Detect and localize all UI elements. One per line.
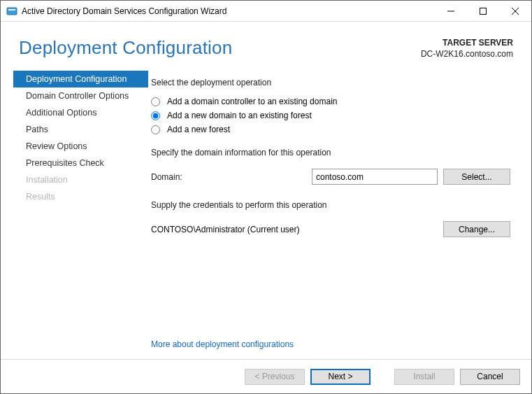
target-server-block: TARGET SERVER DC-W2K16.contoso.com <box>421 37 513 59</box>
previous-button: < Previous <box>245 369 305 385</box>
step-label: Review Options <box>26 141 87 151</box>
step-additional-options[interactable]: Additional Options <box>13 104 148 121</box>
credentials-row: CONTOSO\Administrator (Current user) Cha… <box>151 221 510 237</box>
titlebar: Active Directory Domain Services Configu… <box>1 1 531 22</box>
radio-add-domain-existing-forest[interactable]: Add a new domain to an existing forest <box>151 111 510 120</box>
step-label: Prerequisites Check <box>26 158 104 168</box>
step-review-options[interactable]: Review Options <box>13 138 148 155</box>
radio-input[interactable] <box>151 111 160 120</box>
radio-input[interactable] <box>151 97 160 106</box>
radio-add-dc-existing-domain[interactable]: Add a domain controller to an existing d… <box>151 97 510 106</box>
domain-input[interactable] <box>312 169 438 185</box>
body: Deployment Configuration Domain Controll… <box>1 64 531 359</box>
step-label: Paths <box>26 125 48 134</box>
select-domain-button[interactable]: Select... <box>443 169 510 185</box>
more-about-link[interactable]: More about deployment configurations <box>151 339 510 349</box>
close-button[interactable] <box>499 1 531 22</box>
credentials-value: CONTOSO\Administrator (Current user) <box>151 225 443 234</box>
radio-label: Add a domain controller to an existing d… <box>167 97 337 106</box>
specify-domain-label: Specify the domain information for this … <box>151 148 510 157</box>
step-domain-controller-options[interactable]: Domain Controller Options <box>13 87 148 104</box>
domain-field-label: Domain: <box>151 172 312 182</box>
step-paths[interactable]: Paths <box>13 121 148 138</box>
radio-input[interactable] <box>151 125 160 134</box>
footer: < Previous Next > Install Cancel <box>1 359 531 393</box>
radio-add-new-forest[interactable]: Add a new forest <box>151 125 510 134</box>
wizard-window: Active Directory Domain Services Configu… <box>0 0 532 394</box>
supply-credentials-label: Supply the credentials to perform this o… <box>151 200 510 210</box>
step-label: Domain Controller Options <box>26 91 129 101</box>
app-icon <box>6 6 17 17</box>
minimize-button[interactable] <box>435 1 467 22</box>
window-title: Active Directory Domain Services Configu… <box>22 6 435 16</box>
target-server-label: TARGET SERVER <box>421 37 513 48</box>
cancel-button[interactable]: Cancel <box>460 369 520 385</box>
step-results: Results <box>13 188 148 205</box>
sidebar: Deployment Configuration Domain Controll… <box>1 64 148 359</box>
select-operation-label: Select the deployment operation <box>151 78 510 87</box>
radio-label: Add a new domain to an existing forest <box>167 111 312 120</box>
step-prerequisites-check[interactable]: Prerequisites Check <box>13 155 148 171</box>
maximize-button[interactable] <box>467 1 499 22</box>
header: Deployment Configuration TARGET SERVER D… <box>1 22 531 64</box>
step-label: Additional Options <box>26 108 96 118</box>
page-title: Deployment Configuration <box>19 37 421 59</box>
install-button: Install <box>394 369 454 385</box>
domain-row: Domain: Select... <box>151 169 510 185</box>
step-label: Deployment Configuration <box>26 74 127 84</box>
svg-rect-3 <box>480 8 487 14</box>
main-panel: Select the deployment operation Add a do… <box>148 64 513 359</box>
next-button[interactable]: Next > <box>310 369 371 385</box>
svg-rect-0 <box>7 8 17 15</box>
change-credentials-button[interactable]: Change... <box>443 221 510 237</box>
step-label: Results <box>26 192 55 202</box>
step-label: Installation <box>26 175 68 185</box>
step-installation: Installation <box>13 171 148 188</box>
step-deployment-configuration[interactable]: Deployment Configuration <box>13 71 148 87</box>
svg-rect-1 <box>8 9 15 10</box>
target-server-host: DC-W2K16.contoso.com <box>421 48 513 59</box>
radio-label: Add a new forest <box>167 125 230 134</box>
